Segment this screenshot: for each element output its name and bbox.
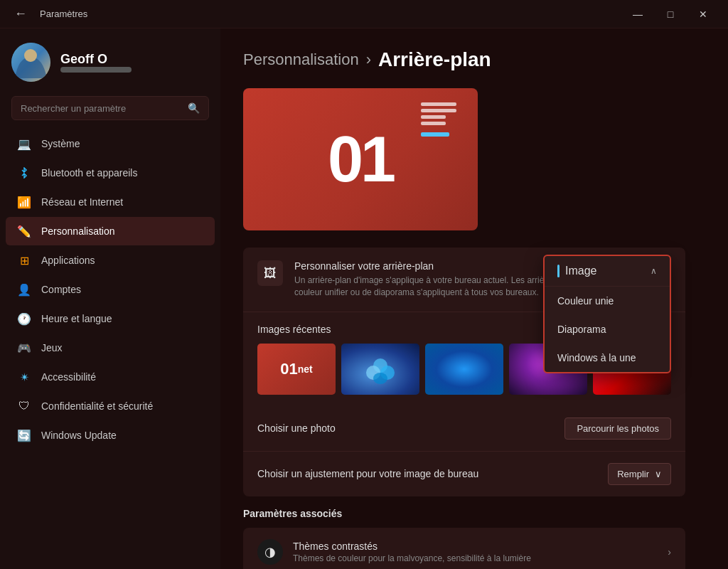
user-info: Geoff O [60,52,132,73]
sidebar-item-jeux[interactable]: 🎮 Jeux [6,334,215,362]
choisir-photo-row: Choisir une photo Parcourir les photos [243,406,685,452]
jeux-icon: 🎮 [17,341,31,355]
sidebar-item-label: Applications [41,255,95,266]
remplir-chevron-icon: ∨ [655,469,662,479]
breadcrumb-separator: › [366,50,371,69]
sidebar-item-reseau[interactable]: 📶 Réseau et Internet [6,188,215,216]
bg-type-dropdown[interactable]: Image ∧ Couleur unie Diaporama Windows à… [543,255,671,373]
remplir-dropdown[interactable]: Remplir ∨ [608,463,671,485]
svg-point-1 [24,49,37,62]
personnaliser-row: 🖼 Personnaliser votre arrière-plan Un ar… [243,248,685,312]
sidebar-item-systeme[interactable]: 💻 Système [6,129,215,158]
heure-icon: 🕐 [17,312,31,326]
recent-image-1[interactable]: 01net [257,344,336,395]
recent-image-2[interactable] [341,344,419,395]
nav-list: 💻 Système Bluetooth et appareils 📶 Résea… [0,129,220,450]
back-button[interactable]: ← [9,4,33,24]
chevron-up-icon: ∧ [651,266,657,276]
sidebar-item-label: Personnalisation [41,225,115,237]
close-button[interactable]: ✕ [687,0,719,28]
preview-content: 01 [243,88,478,230]
sidebar-item-accessibilite[interactable]: ✴ Accessibilité [6,363,215,391]
preview-decoration [421,102,456,137]
sidebar-item-label: Windows Update [41,430,117,441]
systeme-icon: 💻 [17,137,31,151]
deco-line-4 [421,122,446,125]
windows-update-icon: 🔄 [17,428,31,442]
accessibilite-icon: ✴ [17,370,31,384]
choisir-photo-label: Choisir une photo [257,422,336,434]
parametres-associes-label: Paramètres associés [243,508,685,519]
search-icon: 🔍 [188,102,200,114]
dropdown-option-label: Windows à la une [557,352,636,363]
user-email-bar [60,67,132,73]
ajustement-row: Choisir un ajustement pour votre image d… [243,452,685,496]
dropdown-option-diaporama[interactable]: Diaporama [545,315,670,344]
sidebar: Geoff O 🔍 💻 Système Bluetooth et appare [0,28,220,569]
active-indicator [557,265,560,277]
sidebar-item-label: Jeux [41,342,63,353]
deco-line-2 [421,109,456,112]
breadcrumb-current: Arrière-plan [378,48,491,71]
img-blue-abstract-preview [425,344,503,395]
app-title: Paramètres [40,9,87,19]
user-section[interactable]: Geoff O [0,28,220,93]
minimize-button[interactable]: — [621,0,654,28]
preview-text: 01 [328,127,393,191]
title-bar: ← Paramètres — □ ✕ [0,0,728,28]
deco-line-3 [421,115,446,119]
main-scroll: Personnalisation › Arrière-plan 01 🖼 [220,28,708,569]
themes-contrastes-title: Thèmes contrastés [293,541,668,552]
window-controls: — □ ✕ [621,0,719,28]
search-box[interactable]: 🔍 [11,96,209,120]
dropdown-option-windows[interactable]: Windows à la une [545,344,670,372]
applications-icon: ⊞ [17,253,31,267]
sidebar-item-label: Comptes [41,284,81,295]
user-name: Geoff O [60,52,132,67]
reseau-icon: 📶 [17,195,31,209]
main-content: Personnalisation › Arrière-plan 01 🖼 [220,28,708,569]
bluetooth-icon [17,166,31,180]
comptes-icon: 👤 [17,282,31,297]
recent-image-3[interactable] [425,344,503,395]
search-input[interactable] [21,103,182,114]
maximize-button[interactable]: □ [654,0,687,28]
parametres-associes-section: Paramètres associés ◑ Thèmes contrastés … [243,508,685,569]
themes-contrastes-content: Thèmes contrastés Thèmes de couleur pour… [293,541,668,563]
page-header: Personnalisation › Arrière-plan [243,48,685,71]
personnalisation-icon: ✏️ [17,224,31,238]
themes-contrastes-icon: ◑ [257,539,283,565]
sidebar-item-windows-update[interactable]: 🔄 Windows Update [6,421,215,450]
themes-contrastes-desc: Thèmes de couleur pour la malvoyance, se… [293,553,668,563]
chevron-right-icon: › [668,546,671,558]
themes-contrastes-item[interactable]: ◑ Thèmes contrastés Thèmes de couleur po… [243,528,685,569]
sidebar-item-label: Heure et langue [41,313,112,324]
parcourir-photos-button[interactable]: Parcourir les photos [564,418,671,440]
sidebar-item-bluetooth[interactable]: Bluetooth et appareils [6,159,215,187]
dropdown-option-label: Couleur unie [557,295,614,307]
remplir-label: Remplir [617,469,649,479]
sidebar-item-confidentialite[interactable]: 🛡 Confidentialité et sécurité [6,392,215,420]
background-preview: 01 [243,88,478,230]
sidebar-item-heure[interactable]: 🕐 Heure et langue [6,304,215,333]
dropdown-option-label: Diaporama [557,324,606,335]
sidebar-item-label: Système [41,138,80,149]
deco-line-1 [421,102,456,106]
sidebar-item-label: Réseau et Internet [41,196,123,208]
title-bar-left: ← Paramètres [9,4,87,24]
img-win11-preview [341,344,419,395]
sidebar-item-personnalisation[interactable]: ✏️ Personnalisation [6,217,215,245]
personnaliser-icon: 🖼 [257,260,283,286]
ajustement-label: Choisir un ajustement pour votre image d… [257,468,478,479]
sidebar-item-applications[interactable]: ⊞ Applications [6,246,215,275]
dropdown-selected-label: Image [565,265,596,277]
app-container: Geoff O 🔍 💻 Système Bluetooth et appare [0,28,728,569]
sidebar-item-comptes[interactable]: 👤 Comptes [6,275,215,304]
svg-point-5 [373,373,387,384]
dropdown-selected-row: Image [557,265,596,277]
dropdown-header[interactable]: Image ∧ [545,256,670,287]
img-01net-preview: 01net [257,344,336,395]
sidebar-item-label: Accessibilité [41,371,96,383]
dropdown-option-couleur[interactable]: Couleur unie [545,287,670,315]
sidebar-item-label: Bluetooth et appareils [41,167,137,179]
